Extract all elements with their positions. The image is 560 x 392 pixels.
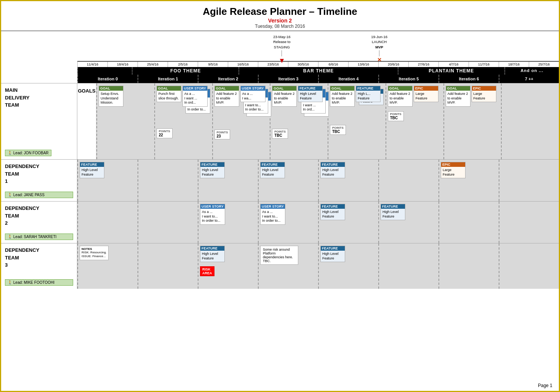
theme-plantain: PLANTAIN THEME — [398, 67, 504, 75]
team-label-dep1: DEPENDENCYTEAM1 🚶 Lead: JANE PASS — [1, 160, 77, 201]
timeline-ruler: 11/4/16 18/4/16 25/4/16 2/5/16 9/5/16 16… — [77, 61, 559, 67]
team-label-main: MAINDELIVERYTEAM 🚶 Lead: JON FOOBAR — [1, 83, 77, 159]
main-iter5: GOAL Add feature 2to enableMVP. EPIC Lar… — [386, 83, 443, 159]
notes-box-dep3: NOTES RISK: Resourcing.ISSUE: Finance... — [80, 246, 109, 260]
feature-stack-iter4: FEATURE High L...Feature FEATURE High Le… — [356, 86, 381, 103]
main-iter2: GOAL Add feature 2to enableMVP. USER STO… — [212, 83, 270, 159]
dep1-iter6: EPIC LargeFeature — [438, 160, 499, 201]
user-story-stack-iter1: USER STORY As a ...I want ...In ord... U… — [182, 86, 208, 108]
goal-card-iter1: GOAL Punch firstslice through. — [157, 86, 181, 102]
team-lead-dep1: 🚶 Lead: JANE PASS — [5, 192, 73, 198]
dep2-iter1 — [138, 202, 198, 243]
dep1-iter3: FEATURE High LevelFeature — [258, 160, 318, 201]
page-number: Page 1 — [538, 383, 552, 388]
dep1-feature-iter2: FEATURE High LevelFeature — [200, 162, 225, 178]
ruler-tick: 27/6/16 — [408, 62, 438, 67]
dep1-epic-iter6: EPIC LargeFeature — [441, 162, 466, 178]
dep1-iter7 — [499, 160, 559, 201]
page-title: Agile Release Planner – Timeline — [1, 6, 559, 18]
dep3-iter2: FEATURE High LevelFeature RISKAREA — [198, 243, 258, 289]
theme-foo: FOO THEME — [132, 67, 238, 75]
iter-header-2: Iteration 2 — [198, 75, 258, 83]
iter-header-5: Iteration 5 — [378, 75, 438, 83]
ruler-tick: 4/7/16 — [438, 62, 469, 67]
ruler-tick: 25/7/16 — [529, 62, 559, 67]
ruler-tick: 11/4/16 — [77, 62, 107, 67]
dep3-feature-iter4: FEATURE High LevelFeature — [320, 246, 345, 262]
dep2-iter7 — [499, 202, 559, 243]
goal-card-iter3: GOAL Add feature 2to enableMVP. — [272, 86, 297, 107]
points-iter2: POINTS 23 — [214, 128, 269, 139]
milestone-launch: 19-Jun-16 LAUNCH MVP ✕ — [371, 34, 387, 62]
theme-row: FOO THEME BAR THEME PLANTAIN THEME And o… — [77, 67, 559, 75]
dep1-iter0: FEATURE High LevelFeature — [77, 160, 138, 201]
team-label-dep2: DEPENDENCYTEAM2 🚶 Lead: SARAH TANKRETI — [1, 202, 77, 243]
dep2-iter5: FEATURE High LevelFeature — [378, 202, 438, 243]
goal-card-iter5: GOAL Add feature 2to enableMVP. — [388, 86, 413, 107]
dep1-feature-iter4: FEATURE High LevelFeature — [320, 162, 345, 178]
iter-header-7: 7 ++ — [499, 75, 559, 83]
main-iter4: GOAL Add feature 2to enableMVP. FEATURE … — [328, 83, 386, 159]
dep1-iter1 — [138, 160, 198, 201]
iter-header-1: Iteration 1 — [138, 75, 198, 83]
dep1-iter2: FEATURE High LevelFeature — [198, 160, 258, 201]
dep3-iter0: NOTES RISK: Resourcing.ISSUE: Finance... — [77, 243, 138, 289]
dep3-iter7 — [499, 243, 559, 289]
iter-header-3: Iteration 3 — [258, 75, 318, 83]
milestone-staging: 23-May-16 Release to STAGING ▼ — [273, 34, 290, 64]
dep2-iter4: FEATURE High LevelFeature — [318, 202, 378, 243]
iter-header-6: Iteration 6 — [438, 75, 499, 83]
dep2-us-iter3: USER STORY As a ...I want to...In order … — [260, 204, 285, 225]
goal-card-iter0: GOAL Setup Envs.UnderstandMission. — [99, 86, 123, 107]
dep3-iter5 — [378, 243, 438, 289]
ruler-tick: 13/6/16 — [348, 62, 378, 67]
goal-card-iter4: GOAL Add feature 2to enableMVP. — [330, 86, 355, 107]
ruler-tick: 18/7/16 — [499, 62, 529, 67]
content-area: MAINDELIVERYTEAM 🚶 Lead: JON FOOBAR GOAL… — [1, 83, 559, 289]
dep2-cells: USER STORY As a ...I want to...In order … — [77, 202, 559, 243]
main-team-cells: GOAL Setup Envs.UnderstandMission. GOAL … — [96, 83, 559, 159]
theme-bar: BAR THEME — [238, 67, 397, 75]
dep2-iter6 — [438, 202, 499, 243]
dep2-iter2: USER STORY As a ...I want to...In order … — [198, 202, 258, 243]
feature-card-iter4-1: FEATURE High L...Feature — [356, 86, 381, 102]
team-lead-dep2: 🚶 Lead: SARAH TANKRETI — [5, 234, 73, 240]
dep3-iter1 — [138, 243, 198, 289]
team-name-main: MAINDELIVERYTEAM — [5, 86, 73, 109]
timeline-section: 23-May-16 Release to STAGING ▼ 19-Jun-16… — [1, 31, 559, 83]
dep3-iter4: FEATURE High LevelFeature — [318, 243, 378, 289]
feature-stack-iter3: FEATURE High LevelFeature USER STORY As … — [298, 86, 323, 103]
dep3-callout-iter3: Some risk around Platform dependencies h… — [260, 246, 298, 265]
dep2-feature-iter5: FEATURE High LevelFeature — [381, 204, 405, 220]
iter-header-0: Iteration 0 — [77, 75, 138, 83]
ruler-tick: 30/5/16 — [288, 62, 318, 67]
main-iter0: GOAL Setup Envs.UnderstandMission. — [96, 83, 154, 159]
ruler-tick: 11/7/16 — [469, 62, 499, 67]
team-lead-main: 🚶 Lead: JON FOOBAR — [5, 150, 51, 156]
dep1-iter5 — [378, 160, 438, 201]
team-name-dep2: DEPENDENCYTEAM2 — [5, 205, 73, 227]
dep1-iter4: FEATURE High LevelFeature — [318, 160, 378, 201]
team-row-dep3: DEPENDENCYTEAM3 🚶 Lead: MIKE FOOTOOHI NO… — [1, 243, 559, 289]
iter-header-4: Iteration 4 — [318, 75, 378, 83]
goals-label: GOALS — [78, 86, 95, 94]
theme-andon: And on ... — [504, 67, 559, 75]
team-label-dep3: DEPENDENCYTEAM3 🚶 Lead: MIKE FOOTOOHI — [1, 243, 77, 289]
dep2-iter3: USER STORY As a ...I want to...In order … — [258, 202, 318, 243]
points-iter5: POINTS TBC — [388, 110, 442, 121]
main-iter6: GOAL Add feature 2to enableMVP. EPIC Lar… — [443, 83, 501, 159]
dep3-feature-iter2: FEATURE High LevelFeature — [200, 246, 225, 262]
date-label: Tuesday, 08 March 2016 — [1, 24, 559, 29]
header: Agile Release Planner – Timeline Version… — [1, 1, 559, 31]
user-story-card-1: USER STORY As a ...I want ...In ord... — [182, 86, 208, 107]
team-lead-dep3: 🚶 Lead: MIKE FOOTOOHI — [5, 279, 73, 286]
iteration-row: Iteration 0 Iteration 1 Iteration 2 Iter… — [77, 75, 559, 83]
points-iter4: POINTS TBC — [330, 123, 384, 135]
goals-label-col: GOALS — [77, 83, 96, 159]
dep1-cells: FEATURE High LevelFeature FEATURE High L… — [77, 160, 559, 201]
milestones-area: 23-May-16 Release to STAGING ▼ 19-Jun-16… — [77, 34, 555, 61]
ruler-tick: 2/5/16 — [168, 62, 198, 67]
points-iter3: POINTS TBC — [272, 127, 326, 139]
ruler-tick: 6/6/16 — [318, 62, 348, 67]
dep2-us-iter2: USER STORY As a ...I want to...In order … — [200, 204, 225, 225]
